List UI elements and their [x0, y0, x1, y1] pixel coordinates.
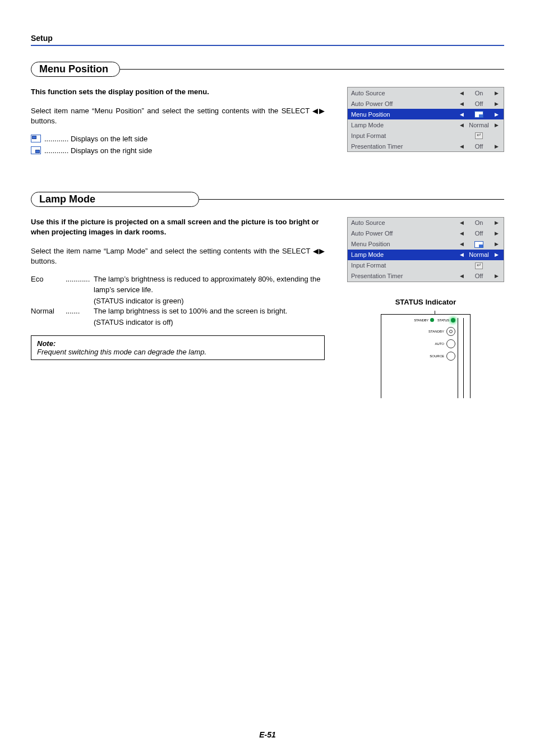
osd-value — [465, 132, 492, 139]
enter-icon — [475, 262, 483, 269]
right-arrow-icon: ▶ — [492, 252, 500, 257]
osd-value — [465, 262, 492, 269]
position-right-icon — [474, 241, 483, 248]
option-left-side: ............ Displays on the left side — [31, 135, 325, 143]
left-arrow-icon: ◀ — [458, 112, 465, 117]
term: Eco — [31, 274, 66, 294]
osd-row-menu-position: Menu Position ◀ ▶ — [348, 239, 504, 250]
right-arrow-icon: ▶ — [492, 144, 500, 149]
right-arrow-icon: ▶ — [492, 112, 500, 117]
osd-value: Off — [465, 273, 492, 279]
divider — [116, 69, 504, 70]
osd-value — [465, 241, 492, 248]
description: The lamp’s brightness is reduced to appr… — [94, 274, 325, 294]
osd-value: Off — [465, 230, 492, 237]
osd-row-lamp-mode: Lamp Mode ◀ Normal ▶ — [348, 119, 504, 130]
dots: ............ — [66, 274, 94, 294]
osd-label: Lamp Mode — [351, 251, 458, 258]
right-arrow-icon: ▶ — [492, 241, 500, 247]
left-arrow-icon: ◀ — [458, 220, 465, 225]
right-arrow-icon: ▶ — [492, 122, 500, 128]
edge-line — [463, 318, 468, 398]
osd-row-presentation-timer: Presentation Timer ◀ Off ▶ — [348, 271, 504, 282]
osd-row-auto-power-off: Auto Power Off ◀ Off ▶ — [348, 98, 504, 109]
osd-label: Presentation Timer — [351, 273, 458, 279]
left-arrow-icon: ◀ — [458, 90, 465, 96]
section-title: Lamp Mode — [31, 192, 199, 207]
intro-text: This function sets the display position … — [31, 87, 325, 97]
osd-label: Menu Position — [351, 111, 458, 118]
note-title: Note: — [37, 339, 319, 348]
definition-normal: Normal ....... The lamp brightness is se… — [31, 306, 325, 316]
section-menu-position: Menu Position This function sets the dis… — [31, 62, 504, 158]
button-row-standby: STANDBY — [414, 327, 455, 336]
position-right-icon — [474, 111, 483, 118]
definition-eco: Eco ............ The lamp’s brightness i… — [31, 274, 325, 294]
left-arrow-icon: ◀ — [458, 101, 465, 107]
option-text: ............ Displays on the left side — [44, 135, 147, 143]
osd-label: Lamp Mode — [351, 122, 458, 128]
standby-led-icon — [430, 318, 434, 322]
osd-row-menu-position: Menu Position ◀ ▶ — [348, 109, 504, 119]
osd-label: Presentation Timer — [351, 143, 458, 150]
button-row-auto: AUTO — [414, 339, 455, 348]
section-lamp-mode: Lamp Mode Use this if the picture is pro… — [31, 192, 504, 398]
page-header: Setup — [31, 34, 504, 46]
standby-label: STANDBY — [414, 319, 428, 322]
button-label: STANDBY — [428, 330, 444, 333]
option-right-side: ............ Displays on the right side — [31, 146, 325, 155]
position-left-icon — [31, 135, 41, 142]
enter-icon — [475, 132, 483, 139]
divider — [195, 199, 504, 200]
osd-label: Auto Power Off — [351, 100, 458, 107]
osd-row-auto-source: Auto Source ◀ On ▶ — [348, 87, 504, 98]
sub-text: (STATUS indicator is green) — [94, 296, 325, 306]
right-arrow-icon: ▶ — [492, 90, 500, 96]
osd-row-presentation-timer: Presentation Timer ◀ Off ▶ — [348, 141, 504, 151]
osd-value: On — [465, 219, 492, 226]
osd-label: Input Format — [351, 262, 458, 269]
term: Normal — [31, 306, 66, 316]
standby-button-icon — [446, 327, 455, 336]
section-title: Menu Position — [31, 62, 120, 77]
led-row: STANDBY STATUS — [414, 318, 455, 322]
status-led-icon — [451, 318, 455, 322]
osd-label: Auto Power Off — [351, 230, 458, 237]
status-label: STATUS — [437, 319, 449, 322]
right-arrow-icon: ▶ — [492, 231, 500, 236]
sub-text: (STATUS indicator is off) — [94, 317, 325, 328]
note-box: Note: Frequent switching this mode can d… — [31, 335, 325, 360]
intro-text: Use this if the picture is projected on … — [31, 217, 325, 237]
left-arrow-icon: ◀ — [458, 144, 465, 149]
osd-label: Menu Position — [351, 241, 458, 247]
note-body: Frequent switching this mode can degrade… — [37, 348, 319, 356]
osd-value — [465, 110, 492, 118]
source-button-icon — [446, 352, 455, 361]
left-arrow-icon: ◀ — [458, 231, 465, 236]
auto-button-icon — [446, 339, 455, 348]
osd-value: Normal — [465, 251, 492, 258]
dots: ....... — [66, 306, 94, 316]
osd-row-lamp-mode: Lamp Mode ◀ Normal ▶ — [348, 250, 504, 260]
osd-label: Input Format — [351, 132, 458, 139]
osd-row-input-format: Input Format — [348, 260, 504, 271]
left-arrow-icon: ◀ — [458, 241, 465, 247]
left-arrow-icon: ◀ — [458, 273, 465, 279]
position-right-icon — [31, 146, 41, 154]
osd-menu-2: Auto Source ◀ On ▶ Auto Power Off ◀ Off … — [347, 217, 504, 282]
left-arrow-icon: ◀ — [458, 252, 465, 257]
osd-row-input-format: Input Format — [348, 130, 504, 141]
body-text: Select the item name “Lamp Mode” and sel… — [31, 246, 325, 266]
body-text: Select item name “Menu Position” and sel… — [31, 106, 325, 126]
osd-value: Normal — [465, 122, 492, 128]
button-label: SOURCE — [430, 354, 444, 358]
edge-line — [458, 318, 462, 398]
description: The lamp brightness is set to 100% and t… — [94, 306, 325, 316]
left-arrow-icon: ◀ — [458, 122, 465, 128]
osd-value: Off — [465, 100, 492, 107]
button-label: AUTO — [435, 342, 444, 345]
projector-top-view: STANDBY STATUS STANDBY AUTO — [381, 314, 471, 398]
osd-row-auto-source: Auto Source ◀ On ▶ — [348, 218, 504, 228]
osd-label: Auto Source — [351, 219, 458, 226]
right-arrow-icon: ▶ — [492, 273, 500, 279]
